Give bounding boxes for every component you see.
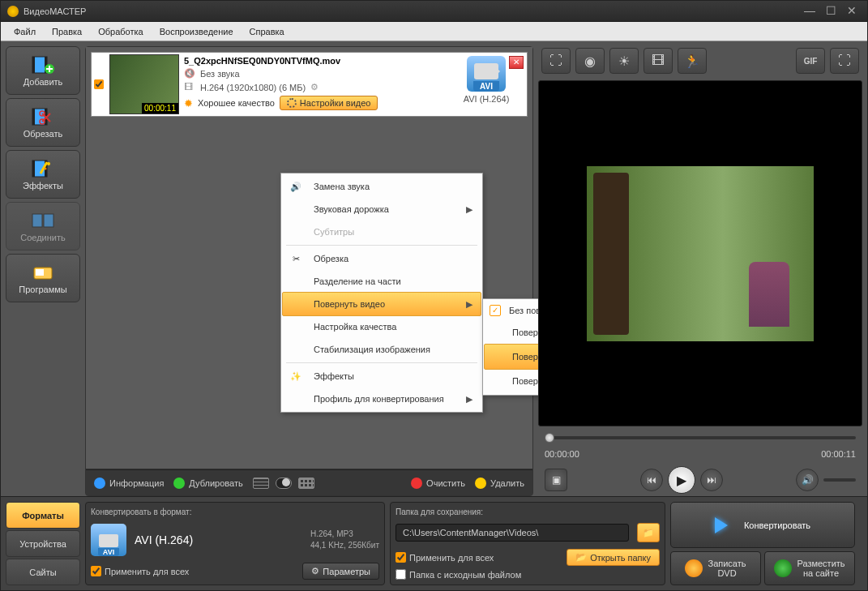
volume-button[interactable]: 🔊 (796, 469, 819, 491)
preview-controls: ▣ ⏮ ▶ ⏭ 🔊 (538, 464, 862, 496)
grid-view-icon[interactable] (298, 478, 314, 489)
format-name: AVI (H.264) (135, 533, 302, 546)
preview-frame (587, 166, 814, 341)
view-toggle[interactable] (253, 478, 314, 489)
tab-devices[interactable]: Устройства (6, 530, 80, 557)
ctx-effects[interactable]: ✨Эффекты (283, 365, 481, 388)
crop-tool-button[interactable]: ⛶ (541, 48, 571, 74)
apply-all-checkbox-label[interactable]: Применить для всех (91, 566, 189, 576)
sidebar-cut-button[interactable]: Обрезать (6, 98, 80, 147)
ctx-convert-profile[interactable]: Профиль для конвертирования▶ (283, 388, 481, 410)
preview-slider[interactable] (538, 431, 862, 444)
time-duration: 00:00:11 (821, 449, 856, 459)
format-icon[interactable]: AVI (91, 524, 126, 556)
file-name: 5_Q2xpcHNfSEQ0NDY0NTVfMQ.mov (184, 56, 443, 66)
folder-icon: 📂 (575, 552, 587, 563)
file-checkbox[interactable] (94, 79, 104, 89)
info-button[interactable]: Информация (94, 478, 164, 489)
svg-rect-1 (32, 57, 35, 73)
same-source-label[interactable]: Папка с исходным файлом (396, 569, 660, 580)
sidebar-add-label: Добавить (24, 77, 63, 87)
titlebar[interactable]: ВидеоМАСТЕР — ☐ ✕ (1, 1, 867, 22)
gear-icon: ⚙ (311, 566, 319, 576)
file-quality: Хорошее качество (198, 98, 275, 108)
film-tool-button[interactable]: 🎞 (644, 48, 673, 74)
tab-sites[interactable]: Сайты (6, 559, 80, 585)
file-item[interactable]: 5_Q2xpcHNfSEQ0NDY0NTVfMQ.mov 🔇Без звука … (91, 52, 528, 117)
ctx-crop[interactable]: ✂Обрезка (283, 247, 481, 270)
convert-button[interactable]: Конвертировать (670, 502, 855, 548)
video-settings-button[interactable]: Настройки видео (280, 96, 378, 110)
maximize-button[interactable]: ☐ (822, 4, 840, 19)
menu-edit[interactable]: Правка (44, 24, 90, 39)
format-avi-icon: AVI (467, 56, 506, 92)
sidebar-add-button[interactable]: Добавить (6, 46, 80, 95)
film-join-icon (30, 210, 56, 231)
folder-header: Папка для сохранения: (396, 507, 660, 516)
delete-button[interactable]: Удалить (475, 478, 524, 489)
slider-knob[interactable] (545, 433, 554, 443)
sidebar-programs-button[interactable]: Программы (6, 254, 80, 302)
next-button[interactable]: ⏭ (700, 469, 723, 491)
brightness-tool-button[interactable]: ☀ (609, 48, 639, 74)
close-button[interactable]: ✕ (843, 4, 861, 19)
gif-tool-button[interactable]: GIF (796, 48, 825, 74)
file-thumbnail[interactable] (109, 54, 179, 114)
film-icon: 🎞 (184, 82, 195, 93)
same-source-checkbox[interactable] (396, 569, 406, 580)
folder-apply-all-checkbox[interactable] (396, 552, 406, 563)
menu-help[interactable]: Справка (242, 24, 293, 39)
prev-button[interactable]: ⏮ (640, 469, 663, 491)
fullscreen-tool-button[interactable]: ⛶ (830, 48, 859, 74)
menu-playback[interactable]: Воспроизведение (152, 24, 242, 39)
footer: Форматы Устройства Сайты Конвертировать … (1, 496, 867, 590)
ctx-separator (286, 245, 477, 246)
sidebar-cut-label: Обрезать (24, 129, 63, 139)
ctx-quality[interactable]: Настройка качества (283, 315, 481, 338)
volume-slider[interactable] (823, 478, 856, 482)
snapshot-button[interactable]: ▣ (545, 469, 567, 491)
apply-all-checkbox[interactable] (91, 566, 101, 576)
ctx-audio-track[interactable]: Звуковая дорожка▶ (283, 198, 481, 221)
preview-video[interactable] (538, 80, 862, 426)
burn-dvd-button[interactable]: Записать DVD (670, 551, 761, 585)
sidebar-effects-button[interactable]: Эффекты (6, 150, 80, 199)
ctx-rotate-video[interactable]: Повернуть видео▶ (282, 292, 481, 316)
ctx-stabilization[interactable]: Стабилизация изображения (283, 338, 481, 361)
clear-button[interactable]: Очистить (411, 478, 465, 489)
file-nosound: Без звука (200, 69, 240, 79)
ctx-split[interactable]: Разделение на части (283, 270, 481, 293)
svg-rect-10 (32, 161, 35, 177)
list-view-icon[interactable] (253, 478, 269, 489)
footer-actions: Конвертировать Записать DVD Разместить н… (670, 502, 855, 585)
upload-button[interactable]: Разместить на сайте (764, 551, 855, 585)
format-spec1: H.264, MP3 (310, 529, 379, 540)
svg-rect-15 (44, 214, 53, 227)
preview-panel: ⛶ ◉ ☀ 🎞 🏃 GIF ⛶ 00:00:0000:00:11 ▣ ⏮ ▶ ⏭ (538, 46, 862, 496)
speed-tool-button[interactable]: 🏃 (678, 48, 707, 74)
open-folder-button[interactable]: 📂Открыть папку (567, 549, 660, 566)
menu-process[interactable]: Обработка (90, 24, 151, 39)
gear-icon (287, 98, 297, 108)
time-current: 00:00:00 (545, 449, 579, 459)
params-button[interactable]: ⚙Параметры (302, 563, 379, 580)
app-title: ВидеоМАСТЕР (24, 6, 797, 16)
format-spec2: 44,1 KHz, 256Кбит (310, 540, 379, 551)
tab-formats[interactable]: Форматы (6, 502, 80, 529)
toggle-icon[interactable] (276, 478, 292, 489)
chevron-right-icon: ▶ (466, 299, 472, 310)
play-button[interactable]: ▶ (668, 466, 695, 494)
folder-apply-all-label[interactable]: Применить для всех (396, 552, 494, 563)
duplicate-button[interactable]: Дублировать (173, 478, 242, 489)
minimize-button[interactable]: — (801, 4, 819, 19)
context-menu-video-settings: 🔊Замена звука Звуковая дорожка▶ Субтитры… (280, 173, 483, 413)
ctx-replace-audio[interactable]: 🔊Замена звука (283, 175, 481, 198)
tool-icon[interactable]: ⚙ (310, 82, 322, 93)
browse-button[interactable]: 📁 (637, 523, 660, 542)
speaker-icon: 🔊 (286, 178, 306, 195)
output-path[interactable]: C:\Users\ContentManager\Videos\ (396, 524, 629, 542)
record-tool-button[interactable]: ◉ (575, 48, 605, 74)
sidebar-join-button[interactable]: Соединить (6, 202, 80, 251)
file-remove-button[interactable]: ✕ (509, 56, 524, 69)
menu-file[interactable]: Файл (6, 24, 44, 39)
